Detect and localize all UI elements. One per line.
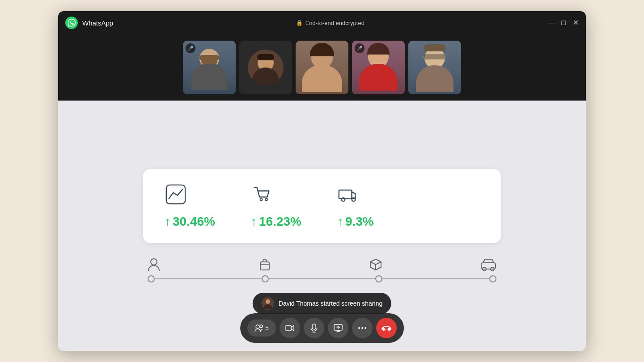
- timeline-dot: [148, 275, 155, 282]
- stat-arrow-revenue: ↑: [165, 215, 171, 229]
- stat-value-delivery: ↑ 9.3%: [337, 215, 374, 229]
- chart-icon: [165, 183, 187, 207]
- whatsapp-logo-icon: [65, 17, 78, 29]
- svg-rect-8: [260, 262, 269, 270]
- video-button[interactable]: [280, 318, 300, 338]
- svg-rect-17: [312, 324, 316, 329]
- timeline-dot: [262, 275, 269, 282]
- toast-avatar: [262, 297, 274, 310]
- mute-badge: 🎤: [186, 43, 195, 53]
- more-options-button[interactable]: [352, 318, 373, 338]
- timeline-line-row: [143, 275, 501, 282]
- participants-strip: 🎤: [58, 34, 586, 101]
- notification-text: David Thomas started screen sharing: [279, 300, 382, 307]
- screen-share-area: ↑ 30.46% ↑ 16.23%: [58, 101, 586, 351]
- title-bar: WhatsApp 🔒 End-to-end endcrypted — □ ✕: [58, 11, 586, 34]
- participant-tile[interactable]: [408, 41, 461, 94]
- minimize-button[interactable]: —: [547, 19, 554, 26]
- svg-point-14: [256, 325, 259, 328]
- participant-tile[interactable]: [296, 41, 348, 94]
- truck-icon: [337, 183, 360, 207]
- participant-tile[interactable]: 🎤: [183, 41, 236, 94]
- participant-tile[interactable]: 🎤: [352, 41, 405, 94]
- stats-card: ↑ 30.46% ↑ 16.23%: [143, 169, 501, 243]
- stat-value-cart: ↑ 16.23%: [251, 215, 301, 229]
- timeline-line: [155, 278, 262, 279]
- svg-point-7: [151, 259, 157, 265]
- svg-point-6: [352, 198, 356, 202]
- title-bar-left: WhatsApp: [65, 17, 113, 29]
- stat-item-cart: ↑ 16.23%: [251, 183, 301, 229]
- call-controls: 5: [240, 313, 404, 343]
- end-call-button[interactable]: [376, 318, 397, 338]
- notification-toast: David Thomas started screen sharing: [253, 293, 391, 314]
- svg-point-24: [358, 327, 360, 329]
- encryption-label: End-to-end endcrypted: [305, 20, 364, 26]
- stat-item-revenue: ↑ 30.46%: [165, 183, 215, 229]
- participants-count: 5: [265, 324, 269, 332]
- screen-share-button[interactable]: [328, 318, 348, 338]
- mute-badge: 🎤: [355, 43, 364, 53]
- svg-point-2: [260, 198, 263, 201]
- timeline-icon-car: [480, 257, 496, 272]
- svg-point-5: [342, 198, 345, 202]
- participant-tile-david[interactable]: [239, 41, 292, 94]
- svg-rect-4: [339, 190, 352, 198]
- window-controls: — □ ✕: [547, 19, 579, 26]
- lock-icon: 🔒: [296, 20, 303, 26]
- timeline-section: [143, 257, 501, 282]
- svg-point-26: [364, 327, 366, 329]
- timeline-dot: [489, 275, 496, 282]
- microphone-button[interactable]: [304, 318, 324, 338]
- timeline-icon-person: [148, 257, 160, 272]
- stat-arrow-cart: ↑: [251, 215, 257, 229]
- timeline-icon-box: [369, 257, 382, 272]
- svg-point-3: [265, 198, 267, 201]
- app-window: WhatsApp 🔒 End-to-end endcrypted — □ ✕ 🎤: [58, 11, 586, 351]
- stat-value-revenue: ↑ 30.46%: [165, 215, 215, 229]
- participants-button[interactable]: 5: [247, 320, 276, 337]
- app-title: WhatsApp: [82, 19, 113, 27]
- svg-point-25: [361, 327, 363, 329]
- stat-arrow-delivery: ↑: [337, 215, 343, 229]
- close-button[interactable]: ✕: [573, 19, 579, 26]
- svg-point-0: [65, 17, 78, 29]
- cart-icon: [251, 183, 273, 207]
- svg-point-15: [260, 325, 263, 328]
- stat-item-delivery: ↑ 9.3%: [337, 183, 374, 229]
- timeline-icons: [143, 257, 501, 272]
- encryption-info: 🔒 End-to-end endcrypted: [113, 20, 547, 26]
- timeline-dot: [375, 275, 382, 282]
- maximize-button[interactable]: □: [561, 19, 566, 26]
- svg-rect-16: [286, 325, 291, 331]
- timeline-line: [269, 278, 376, 279]
- timeline-icon-bag: [258, 257, 271, 272]
- timeline-line: [382, 278, 489, 279]
- svg-point-13: [266, 299, 270, 304]
